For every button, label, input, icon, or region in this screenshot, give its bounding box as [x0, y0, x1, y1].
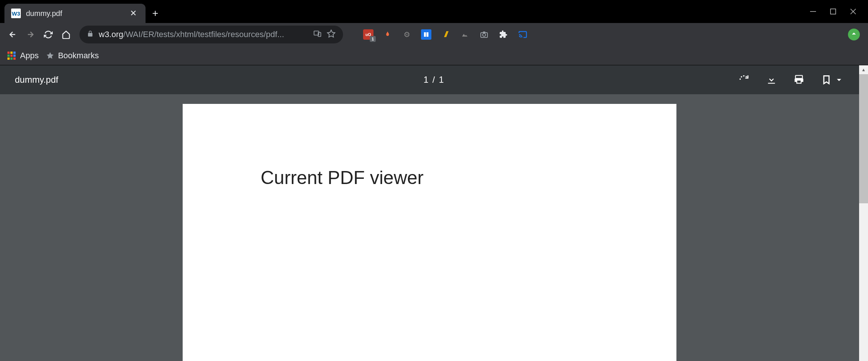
forward-button[interactable] [22, 26, 39, 43]
svg-point-8 [483, 33, 486, 36]
pdf-viewer: dummy.pdf 1 / 1 Current PDF [0, 65, 868, 361]
scroll-thumb[interactable] [859, 74, 868, 203]
browser-titlebar: W3 dummy.pdf ✕ + [0, 0, 868, 23]
pdf-page: Current PDF viewer [183, 104, 676, 361]
download-button[interactable] [766, 75, 777, 85]
pdf-page-indicator: 1 / 1 [424, 75, 445, 85]
scroll-track[interactable] [859, 74, 868, 361]
lock-icon [87, 30, 94, 39]
close-tab-icon[interactable]: ✕ [128, 7, 139, 20]
gear-extension-icon[interactable]: ⚙ [402, 29, 412, 40]
vertical-scrollbar[interactable]: ▲ [859, 65, 868, 361]
pdf-toolbar: dummy.pdf 1 / 1 [0, 65, 859, 94]
reader-extension-icon[interactable] [421, 29, 431, 40]
bookmarks-label: Bookmarks [58, 51, 99, 60]
pdf-content-area[interactable]: Current PDF viewer [0, 94, 859, 361]
tab-title: dummy.pdf [26, 9, 123, 18]
new-tab-button[interactable]: + [146, 4, 165, 23]
window-controls [798, 0, 868, 23]
rotate-button[interactable] [739, 75, 749, 85]
apps-label: Apps [20, 51, 39, 60]
bookmark-star-icon[interactable] [327, 29, 336, 40]
extensions-area: uO 1 ⚙ // [363, 29, 528, 40]
minimize-icon[interactable] [809, 7, 818, 16]
extension-badge: 1 [370, 36, 376, 42]
flame-extension-icon[interactable] [382, 29, 393, 40]
bookmarks-folder[interactable]: Bookmarks [46, 51, 99, 60]
address-bar[interactable]: w3.org/WAI/ER/tests/xhtml/testfiles/reso… [79, 26, 343, 43]
tab-favicon: W3 [11, 9, 21, 18]
reload-button[interactable] [40, 26, 56, 43]
camera-extension-icon[interactable] [479, 29, 489, 40]
svg-rect-1 [831, 9, 836, 14]
maximize-icon[interactable] [829, 7, 838, 16]
home-button[interactable] [58, 26, 74, 43]
bookmark-dropdown[interactable] [821, 75, 844, 85]
print-button[interactable] [794, 75, 804, 85]
pdf-filename: dummy.pdf [15, 75, 58, 85]
mountain-extension-icon[interactable] [460, 29, 470, 40]
svg-marker-6 [327, 30, 335, 37]
bookmarks-bar: Apps Bookmarks [0, 46, 868, 65]
scroll-up-arrow[interactable]: ▲ [859, 65, 868, 74]
close-window-icon[interactable] [849, 7, 858, 16]
apps-button[interactable]: Apps [7, 51, 39, 60]
browser-tab[interactable]: W3 dummy.pdf ✕ [4, 4, 146, 23]
cast-icon[interactable] [518, 29, 528, 40]
svg-marker-10 [47, 52, 53, 58]
profile-avatar[interactable] [848, 29, 860, 40]
send-to-devices-icon[interactable] [313, 30, 322, 39]
url-text: w3.org/WAI/ER/tests/xhtml/testfiles/reso… [99, 30, 308, 39]
browser-toolbar: w3.org/WAI/ER/tests/xhtml/testfiles/reso… [0, 23, 868, 46]
extensions-puzzle-icon[interactable] [498, 29, 509, 40]
ublock-extension-icon[interactable]: uO 1 [363, 29, 373, 40]
back-button[interactable] [4, 26, 21, 43]
stripes-extension-icon[interactable]: // [440, 29, 451, 40]
pdf-text-content: Current PDF viewer [261, 167, 598, 188]
apps-grid-icon [7, 52, 16, 60]
